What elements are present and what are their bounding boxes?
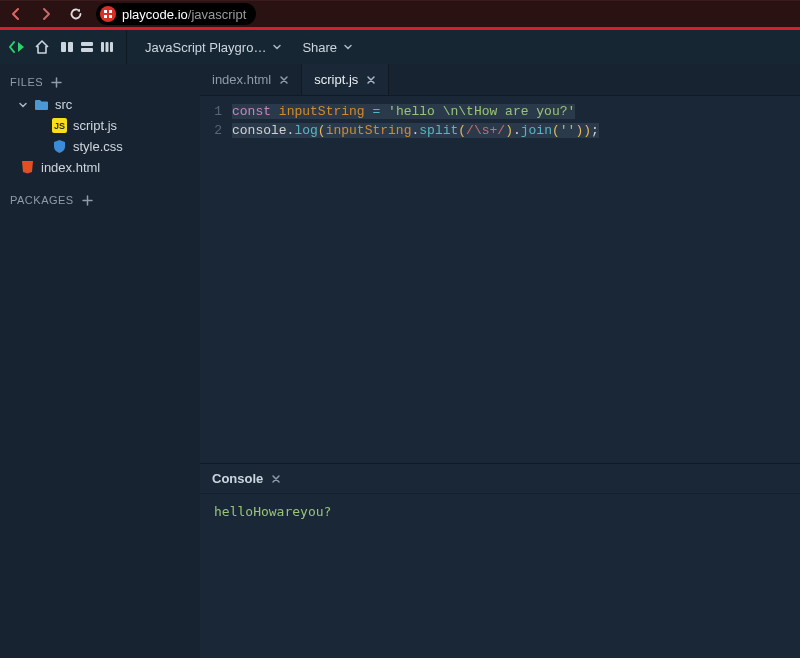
svg-rect-10: [110, 42, 113, 52]
app-toolbar: JavaScript Playgro… Share: [0, 30, 800, 64]
console-panel: Console helloHowareyou?: [200, 463, 800, 658]
home-icon[interactable]: [34, 39, 50, 55]
tab-label: index.html: [212, 72, 271, 87]
reload-icon[interactable]: [68, 6, 84, 22]
back-icon[interactable]: [8, 6, 24, 22]
tab-index-html[interactable]: index.html: [200, 64, 302, 95]
console-title: Console: [212, 471, 263, 486]
svg-rect-5: [68, 42, 73, 52]
add-file-icon[interactable]: [51, 77, 62, 88]
forward-icon[interactable]: [38, 6, 54, 22]
close-icon[interactable]: [271, 474, 281, 484]
console-output: helloHowareyou?: [200, 494, 800, 529]
js-file-icon: JS: [52, 118, 67, 133]
console-header: Console: [200, 464, 800, 494]
tree-folder-src[interactable]: src: [0, 94, 200, 115]
packages-header: PACKAGES: [0, 186, 200, 212]
project-label: JavaScript Playgro…: [145, 40, 266, 55]
files-header: FILES: [0, 68, 200, 94]
css-file-icon: [52, 139, 67, 154]
editor-area: index.html script.js 1 2 const inputStri…: [200, 64, 800, 658]
add-package-icon[interactable]: [82, 195, 93, 206]
line-number: 1: [200, 102, 222, 121]
svg-rect-1: [109, 10, 112, 13]
layout-toggle-group: [60, 40, 114, 54]
app-logo-icon[interactable]: [8, 38, 26, 56]
code-editor[interactable]: 1 2 const inputString = 'hello \n\tHow a…: [200, 96, 800, 463]
svg-rect-6: [81, 42, 93, 46]
sidebar: FILES src JS script.js style.css index.h…: [0, 64, 200, 658]
chevron-down-icon: [18, 100, 28, 110]
svg-rect-0: [104, 10, 107, 13]
project-menu[interactable]: JavaScript Playgro…: [139, 40, 288, 55]
browser-toolbar: playcode.io/javascript: [0, 0, 800, 27]
chevron-down-icon: [272, 42, 282, 52]
editor-tabs: index.html script.js: [200, 64, 800, 96]
html-file-icon: [20, 160, 35, 175]
url-text: playcode.io/javascript: [122, 7, 246, 22]
close-icon[interactable]: [366, 75, 376, 85]
address-bar[interactable]: playcode.io/javascript: [96, 3, 256, 25]
file-tree: src JS script.js style.css index.html: [0, 94, 200, 186]
share-label: Share: [302, 40, 337, 55]
workspace: FILES src JS script.js style.css index.h…: [0, 64, 800, 658]
svg-rect-2: [104, 15, 107, 18]
folder-icon: [34, 98, 49, 111]
svg-rect-7: [81, 48, 93, 52]
tree-file-style[interactable]: style.css: [0, 136, 200, 157]
share-menu[interactable]: Share: [296, 40, 359, 55]
folder-label: src: [55, 97, 72, 112]
layout-stack-icon[interactable]: [80, 40, 94, 54]
layout-columns-icon[interactable]: [100, 40, 114, 54]
svg-rect-8: [101, 42, 104, 52]
toolbar-divider: [126, 30, 127, 64]
packages-header-label: PACKAGES: [10, 194, 74, 206]
tab-script-js[interactable]: script.js: [302, 64, 389, 95]
file-label: script.js: [73, 118, 117, 133]
line-number: 2: [200, 121, 222, 140]
code-content: const inputString = 'hello \n\tHow are y…: [232, 102, 800, 463]
file-label: index.html: [41, 160, 100, 175]
svg-rect-4: [61, 42, 66, 52]
file-label: style.css: [73, 139, 123, 154]
tree-file-index[interactable]: index.html: [0, 157, 200, 178]
close-icon[interactable]: [279, 75, 289, 85]
site-favicon: [100, 6, 116, 22]
line-gutter: 1 2: [200, 102, 232, 463]
svg-rect-3: [109, 15, 112, 18]
files-header-label: FILES: [10, 76, 43, 88]
chevron-down-icon: [343, 42, 353, 52]
tree-file-script[interactable]: JS script.js: [0, 115, 200, 136]
svg-rect-9: [106, 42, 109, 52]
tab-label: script.js: [314, 72, 358, 87]
layout-split-icon[interactable]: [60, 40, 74, 54]
